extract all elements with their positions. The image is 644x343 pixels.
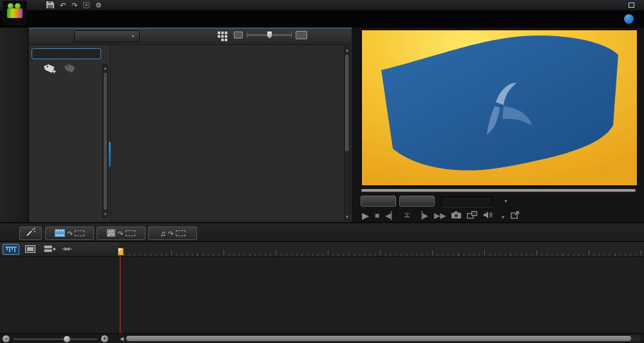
fast-forward-icon[interactable]: ▶▶ <box>434 211 446 220</box>
quick-toolbar: ↶ ↷ ▾ ⚙ <box>46 1 102 9</box>
stop-icon[interactable]: ■ <box>375 211 379 220</box>
settings-gear-icon[interactable]: ⚙ <box>95 2 102 8</box>
step-marker-icon[interactable] <box>403 210 411 221</box>
preview-video <box>361 30 638 186</box>
timeline-toolbar <box>0 242 119 257</box>
timeline-tracks <box>0 257 644 333</box>
mode-tab-bar <box>0 10 644 28</box>
track-manager-icon[interactable] <box>41 244 58 255</box>
timeline-ruler[interactable] <box>119 242 644 257</box>
media-to-timeline-icon <box>55 228 65 239</box>
range-select-icon[interactable] <box>61 244 73 255</box>
volume-icon[interactable] <box>483 210 493 221</box>
preview-seek-bar[interactable] <box>361 189 636 192</box>
category-filter-field[interactable] <box>32 48 101 59</box>
scroll-down-icon[interactable]: ▼ <box>345 215 350 219</box>
undo-icon[interactable]: ↶ <box>60 2 66 8</box>
content-filter-dropdown[interactable]: ▼ <box>74 30 140 42</box>
magic-style-icon <box>26 228 36 239</box>
audio-to-timeline-button[interactable]: ♫ ↷ <box>148 227 197 240</box>
previous-frame-icon[interactable]: ◀▏ <box>385 211 397 220</box>
timeline-view-icon[interactable] <box>3 244 19 255</box>
effect-to-timeline-button[interactable]: ↷ <box>97 227 146 240</box>
grid-scrollbar[interactable]: ▲ ▼ <box>344 46 350 221</box>
title-bar: ↶ ↷ ▾ ⚙ <box>0 0 644 10</box>
storyboard-view-icon[interactable] <box>22 244 39 255</box>
restore-button[interactable] <box>629 3 634 8</box>
room-sidebar <box>0 28 28 222</box>
timeline-zoom-slider[interactable] <box>14 338 97 340</box>
media-to-timeline-button[interactable]: ↷ <box>45 227 94 240</box>
timeline-bottom-bar: − + ◀ <box>0 333 644 343</box>
zoom-slider-handle[interactable] <box>64 336 70 342</box>
timeline-panel: − + ◀ <box>0 242 644 343</box>
playhead-flag[interactable] <box>118 248 124 255</box>
library-panel: ▼ ▲ ▼ ▲ <box>29 28 352 222</box>
timeline-zoom-control: − + <box>3 335 108 342</box>
category-scrollbar[interactable]: ▲ ▼ <box>102 64 108 218</box>
app-logo-icon <box>3 1 27 25</box>
play-icon[interactable]: ▶ <box>362 211 369 220</box>
snapshot-camera-icon[interactable] <box>451 210 461 221</box>
preview-panel: ▼ ▶ ■ ◀▏ ▕▶ ▶▶ ▼ <box>352 28 644 222</box>
clip-mode-button[interactable] <box>361 196 396 207</box>
scroll-down-icon[interactable]: ▼ <box>103 212 108 216</box>
thumbnail-size-slider[interactable] <box>247 34 292 36</box>
undock-window-icon[interactable] <box>511 210 520 221</box>
magic-style-button[interactable] <box>19 227 42 240</box>
playhead-line[interactable] <box>120 250 120 333</box>
film-mode-button[interactable] <box>399 196 435 207</box>
next-frame-icon[interactable]: ▕▶ <box>417 211 428 220</box>
timeline-hscrollbar[interactable]: ◀ <box>120 335 641 342</box>
thumbnail-small-icon[interactable] <box>234 32 243 39</box>
scrollbar-thumb[interactable] <box>126 336 631 341</box>
zoom-in-icon[interactable]: + <box>101 335 108 342</box>
audio-to-timeline-icon: ♫ <box>160 229 166 238</box>
grid-view-icon[interactable] <box>218 32 228 44</box>
threed-mode-icon[interactable]: ▼ <box>498 210 505 221</box>
fit-zoom-dropdown[interactable]: ▼ <box>501 199 508 203</box>
timecode-display <box>441 196 493 207</box>
category-panel: ▲ ▼ <box>30 45 111 222</box>
thumbnail-large-icon[interactable] <box>296 31 307 39</box>
library-header: ▼ <box>29 28 352 45</box>
scroll-left-icon[interactable]: ◀ <box>120 336 124 342</box>
transport-controls: ▶ ■ ◀▏ ▕▶ ▶▶ ▼ <box>362 210 520 221</box>
aspect-ratio-button[interactable]: ▾ <box>83 2 90 8</box>
zoom-out-icon[interactable]: − <box>3 335 10 342</box>
powerdirector-logo-icon <box>624 14 634 24</box>
transition-grid: ▲ ▼ <box>111 45 352 222</box>
action-bar: ↷ ↷ ♫ ↷ <box>0 222 644 242</box>
scroll-up-icon[interactable]: ▲ <box>103 66 108 70</box>
effect-to-timeline-icon <box>107 228 115 239</box>
brand <box>624 14 638 24</box>
add-tag-icon[interactable] <box>44 63 57 77</box>
powerdirector-window: ↶ ↷ ▾ ⚙ ▼ <box>0 0 644 343</box>
save-icon[interactable] <box>46 1 54 9</box>
scroll-up-icon[interactable]: ▲ <box>345 48 350 52</box>
remove-tag-icon[interactable] <box>64 63 76 77</box>
dual-preview-icon[interactable] <box>467 210 477 221</box>
redo-icon[interactable]: ↷ <box>71 2 77 8</box>
